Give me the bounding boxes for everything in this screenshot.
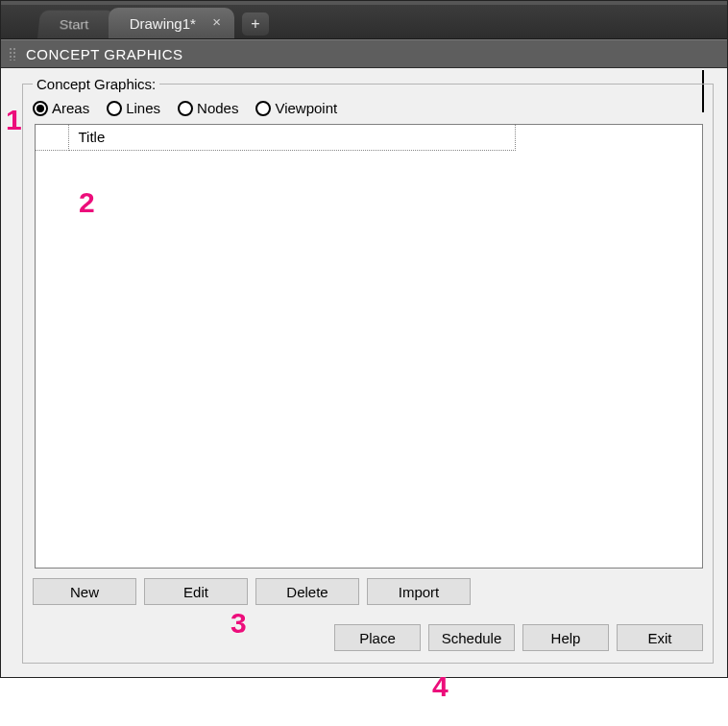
new-button[interactable]: New xyxy=(33,578,136,605)
concept-graphics-group: Concept Graphics: Areas Lines Nodes View… xyxy=(22,76,714,664)
plus-icon: + xyxy=(251,15,259,33)
radio-nodes-label: Nodes xyxy=(197,100,238,116)
tab-start-label: Start xyxy=(59,16,88,32)
radio-lines-label: Lines xyxy=(126,100,160,116)
group-legend: Concept Graphics: xyxy=(33,76,159,92)
tab-drawing1[interactable]: Drawing1* × xyxy=(109,8,234,38)
radio-areas[interactable]: Areas xyxy=(33,100,89,116)
panel-body: Concept Graphics: Areas Lines Nodes View… xyxy=(1,68,727,677)
new-tab-button[interactable]: + xyxy=(242,12,269,36)
radio-dot-icon xyxy=(33,101,48,116)
tab-strip: Start Drawing1* × + xyxy=(1,1,727,39)
place-button[interactable]: Place xyxy=(334,624,421,651)
tab-drawing1-label: Drawing1* xyxy=(130,15,196,32)
schedule-button[interactable]: Schedule xyxy=(428,624,515,651)
exit-button[interactable]: Exit xyxy=(617,624,703,651)
radio-row: Areas Lines Nodes Viewpoint xyxy=(33,100,703,116)
radio-viewpoint-label: Viewpoint xyxy=(275,100,337,116)
radio-areas-label: Areas xyxy=(52,100,89,116)
help-button[interactable]: Help xyxy=(522,624,609,651)
tab-start[interactable]: Start xyxy=(37,11,118,38)
radio-nodes[interactable]: Nodes xyxy=(178,100,238,116)
grip-icon xyxy=(9,47,16,60)
concept-list[interactable]: Title xyxy=(35,124,703,569)
radio-lines[interactable]: Lines xyxy=(107,100,160,116)
column-title[interactable]: Title xyxy=(68,125,516,150)
panel-title: CONCEPT GRAPHICS xyxy=(26,46,183,62)
panel-header: CONCEPT GRAPHICS xyxy=(1,39,727,68)
radio-viewpoint[interactable]: Viewpoint xyxy=(255,100,337,116)
dialog-button-row: Place Schedule Help Exit xyxy=(33,624,703,651)
app-window: Start Drawing1* × + CONCEPT GRAPHICS Con… xyxy=(0,0,728,678)
edit-button[interactable]: Edit xyxy=(144,578,248,605)
radio-circle-icon xyxy=(178,101,193,116)
delete-button[interactable]: Delete xyxy=(255,578,359,605)
concept-table: Title xyxy=(36,125,516,151)
close-icon[interactable]: × xyxy=(212,13,221,30)
radio-circle-icon xyxy=(255,101,271,116)
column-blank[interactable] xyxy=(36,125,68,150)
import-button[interactable]: Import xyxy=(367,578,471,605)
list-button-row: New Edit Delete Import xyxy=(33,578,703,605)
radio-circle-icon xyxy=(107,101,122,116)
